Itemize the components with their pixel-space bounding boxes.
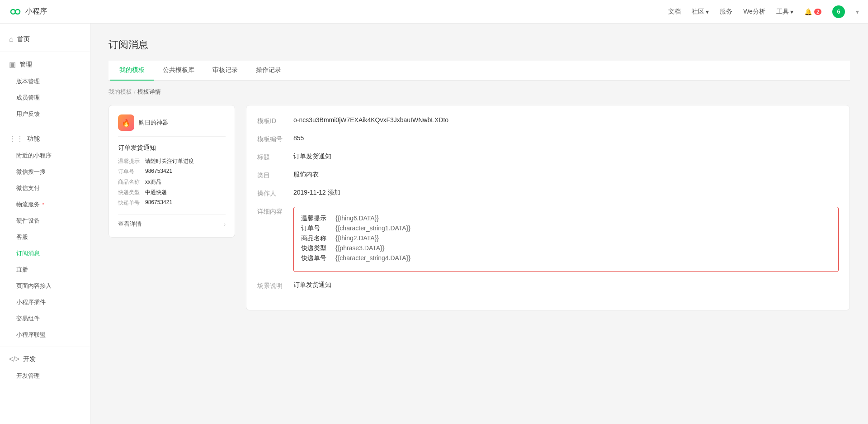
sidebar-item-live[interactable]: 直播 — [0, 262, 90, 278]
nav-tools[interactable]: 工具 ▾ — [776, 8, 793, 16]
avatar[interactable]: 6 — [832, 5, 845, 18]
detail-row-content: 详细内容 温馨提示{{thing6.DATA}}订单号{{character_s… — [257, 207, 839, 272]
detail-row-category: 类目 服饰内衣 — [257, 171, 839, 180]
preview-msg-row: 商品名称xx商品 — [118, 178, 226, 186]
content-area: 🔥 购日的神器 订单发货通知 温馨提示请随时关注订单进度订单号986753421… — [108, 105, 850, 310]
app-logo[interactable]: 小程序 — [9, 5, 47, 18]
home-icon: ⌂ — [9, 35, 14, 43]
sidebar-item-weixin-pay[interactable]: 微信支付 — [0, 180, 90, 196]
tab-public-templates[interactable]: 公共模板库 — [154, 61, 203, 81]
sidebar-item-page-content[interactable]: 页面内容接入 — [0, 278, 90, 294]
chevron-down-icon: ▾ — [856, 8, 859, 15]
breadcrumb-separator: / — [134, 89, 136, 95]
preview-footer-link[interactable]: 查看详情 › — [118, 214, 226, 228]
scene-value: 订单发货通知 — [293, 281, 839, 290]
template-num-value: 855 — [293, 134, 839, 143]
sidebar-item-hardware[interactable]: 硬件设备 — [0, 213, 90, 229]
preview-card-header: 🔥 购日的神器 — [118, 114, 226, 137]
tab-operation-records[interactable]: 操作记录 — [247, 61, 290, 81]
sidebar-item-mp-plugin[interactable]: 小程序插件 — [0, 294, 90, 310]
operator-value: 2019-11-12 添加 — [293, 189, 839, 198]
sidebar-item-customer-service[interactable]: 客服 — [0, 229, 90, 245]
sidebar-item-logistics[interactable]: 物流服务 * — [0, 196, 90, 213]
topnav: 小程序 文档 社区 ▾ 服务 We分析 工具 ▾ 🔔 2 6 ▾ — [0, 0, 868, 24]
sidebar-item-version-mgmt[interactable]: 版本管理 — [0, 73, 90, 90]
divider-1 — [0, 52, 90, 52]
sidebar-section-home: ⌂ 首页 — [0, 31, 90, 48]
detail-content-label: 详细内容 — [257, 207, 293, 272]
preview-msg-row: 温馨提示请随时关注订单进度 — [118, 157, 226, 165]
sidebar-item-trade-component[interactable]: 交易组件 — [0, 310, 90, 327]
breadcrumb-parent[interactable]: 我的模板 — [108, 88, 132, 96]
sidebar-home[interactable]: ⌂ 首页 — [0, 31, 90, 48]
sidebar-item-dev-mgmt[interactable]: 开发管理 — [0, 368, 90, 384]
detail-panel: 模板ID o-ncs3u3Bmmi0jW7EXAik4KQvxF3JxbauIW… — [246, 105, 850, 310]
sidebar-section-dev: </> 开发 开发管理 — [0, 351, 90, 384]
detail-content-box: 温馨提示{{thing6.DATA}}订单号{{character_string… — [293, 207, 839, 272]
arrow-icon: › — [224, 221, 226, 228]
scene-label: 场景说明 — [257, 281, 293, 290]
app-name: 小程序 — [25, 7, 47, 16]
divider-3 — [0, 347, 90, 347]
operator-label: 操作人 — [257, 189, 293, 198]
preview-msg-row: 快递单号986753421 — [118, 199, 226, 207]
content-item: 快递单号{{character_string4.DATA}} — [301, 254, 831, 262]
detail-row-scene: 场景说明 订单发货通知 — [257, 281, 839, 290]
new-badge: * — [42, 202, 44, 207]
layout: ⌂ 首页 ▣ 管理 版本管理 成员管理 用户反馈 ⋮⋮ 功能 附近的小程序 微信… — [0, 24, 868, 424]
category-label: 类目 — [257, 171, 293, 180]
nav-we-analysis[interactable]: We分析 — [743, 8, 765, 16]
tabs: 我的模板 公共模板库 审核记录 操作记录 — [108, 61, 850, 81]
sidebar-item-mp-alliance[interactable]: 小程序联盟 — [0, 327, 90, 343]
sidebar-manage[interactable]: ▣ 管理 — [0, 56, 90, 73]
template-id-value: o-ncs3u3Bmmi0jW7EXAik4KQvxF3JxbauIWNwbLX… — [293, 116, 839, 125]
content-item: 订单号{{character_string1.DATA}} — [301, 224, 831, 233]
chevron-down-icon: ▾ — [790, 8, 793, 15]
main-content: 订阅消息 我的模板 公共模板库 审核记录 操作记录 我的模板 / 模板详情 🔥 … — [90, 24, 868, 424]
sidebar: ⌂ 首页 ▣ 管理 版本管理 成员管理 用户反馈 ⋮⋮ 功能 附近的小程序 微信… — [0, 24, 90, 424]
breadcrumb-current: 模板详情 — [137, 88, 161, 96]
sidebar-item-user-feedback[interactable]: 用户反馈 — [0, 106, 90, 122]
template-num-label: 模板编号 — [257, 134, 293, 143]
tab-audit-records[interactable]: 审核记录 — [203, 61, 247, 81]
page-title: 订阅消息 — [108, 38, 850, 52]
sidebar-item-subscription-msg[interactable]: 订阅消息 — [0, 245, 90, 262]
template-id-label: 模板ID — [257, 116, 293, 125]
sidebar-item-nearby-mp[interactable]: 附近的小程序 — [0, 148, 90, 164]
nav-service[interactable]: 服务 — [720, 8, 732, 16]
dev-icon: </> — [9, 355, 19, 363]
nav-doc[interactable]: 文档 — [668, 8, 681, 16]
detail-row-operator: 操作人 2019-11-12 添加 — [257, 189, 839, 198]
preview-msg-row: 快递类型中通快递 — [118, 189, 226, 196]
nav-community[interactable]: 社区 ▾ — [692, 8, 709, 16]
sidebar-section-function: ⋮⋮ 功能 附近的小程序 微信搜一搜 微信支付 物流服务 * 硬件设备 客服 订… — [0, 130, 90, 343]
tab-my-templates[interactable]: 我的模板 — [110, 61, 154, 81]
detail-row-template-id: 模板ID o-ncs3u3Bmmi0jW7EXAik4KQvxF3JxbauIW… — [257, 116, 839, 125]
title-value: 订单发货通知 — [293, 152, 839, 162]
sidebar-function[interactable]: ⋮⋮ 功能 — [0, 130, 90, 148]
app-icon: 🔥 — [118, 114, 134, 131]
detail-row-title: 标题 订单发货通知 — [257, 152, 839, 162]
content-item: 温馨提示{{thing6.DATA}} — [301, 214, 831, 223]
title-label: 标题 — [257, 152, 293, 162]
sidebar-dev[interactable]: </> 开发 — [0, 351, 90, 368]
category-value: 服饰内衣 — [293, 171, 839, 180]
chevron-down-icon: ▾ — [706, 8, 709, 15]
nav-notification[interactable]: 🔔 2 — [804, 8, 821, 15]
content-item: 快递类型{{phrase3.DATA}} — [301, 244, 831, 252]
sidebar-item-weixin-search[interactable]: 微信搜一搜 — [0, 164, 90, 180]
notification-badge: 2 — [814, 9, 821, 15]
content-item: 商品名称{{thing2.DATA}} — [301, 234, 831, 243]
preview-card: 🔥 购日的神器 订单发货通知 温馨提示请随时关注订单进度订单号986753421… — [108, 105, 235, 238]
divider-2 — [0, 126, 90, 126]
app-name-label: 购日的神器 — [139, 119, 168, 127]
function-icon: ⋮⋮ — [9, 134, 24, 143]
msg-title: 订单发货通知 — [118, 144, 226, 152]
preview-msg-row: 订单号986753421 — [118, 168, 226, 176]
manage-icon: ▣ — [9, 60, 16, 69]
breadcrumb: 我的模板 / 模板详情 — [108, 88, 850, 96]
topnav-links: 文档 社区 ▾ 服务 We分析 工具 ▾ 🔔 2 6 ▾ — [668, 5, 859, 18]
preview-rows: 温馨提示请随时关注订单进度订单号986753421商品名称xx商品快递类型中通快… — [118, 157, 226, 207]
sidebar-section-manage: ▣ 管理 版本管理 成员管理 用户反馈 — [0, 56, 90, 122]
sidebar-item-member-mgmt[interactable]: 成员管理 — [0, 90, 90, 106]
